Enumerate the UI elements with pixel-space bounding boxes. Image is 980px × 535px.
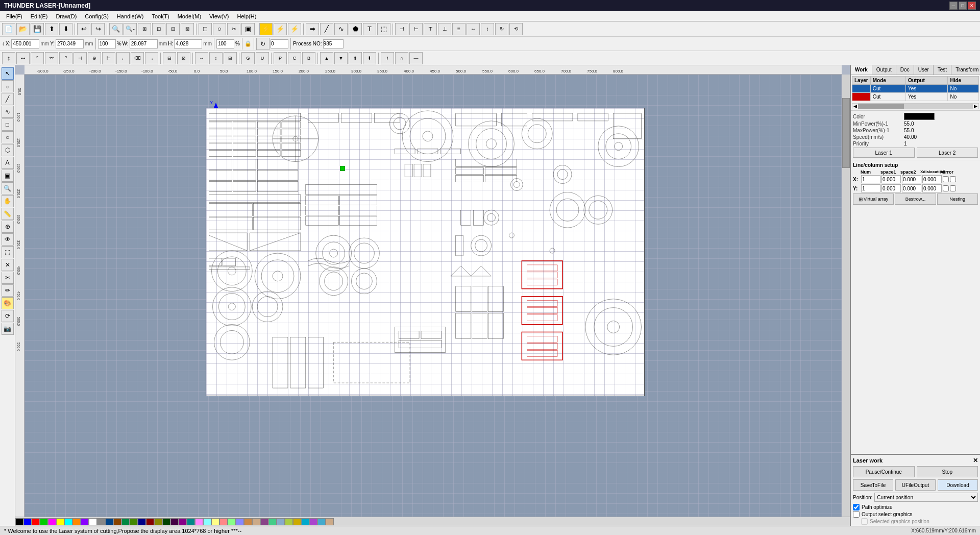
bezier-tool-btn[interactable]: ∿ bbox=[2, 106, 14, 118]
pct1-input[interactable] bbox=[98, 39, 116, 48]
menu-edit[interactable]: Edit(E) bbox=[27, 12, 52, 20]
swatch-9[interactable] bbox=[89, 518, 97, 525]
rp-scrollbar-thumb[interactable] bbox=[858, 104, 904, 109]
output-select-checkbox[interactable] bbox=[853, 511, 860, 518]
delete-tool-btn[interactable]: ✕ bbox=[2, 259, 14, 271]
swatch-35[interactable] bbox=[301, 518, 309, 525]
lc-x-xdis[interactable] bbox=[922, 175, 942, 183]
bitmap-tool-btn[interactable]: ▣ bbox=[2, 169, 14, 182]
align-mr-btn[interactable]: ⊢ bbox=[102, 52, 115, 64]
new-button[interactable]: 📄 bbox=[2, 23, 15, 35]
same-w-btn[interactable]: ↔ bbox=[195, 52, 208, 64]
polygon-button[interactable]: ⬟ bbox=[349, 23, 362, 35]
scroll-left-btn[interactable]: ◀ bbox=[852, 104, 858, 109]
mirror-h-btn2[interactable]: ↔ bbox=[16, 52, 30, 64]
swatch-2[interactable] bbox=[32, 518, 40, 525]
swatch-19[interactable] bbox=[170, 518, 179, 525]
lc-x-mirror1[interactable] bbox=[943, 176, 949, 182]
virtual-array-button[interactable]: ⊞ Virtual array bbox=[853, 193, 894, 205]
swatch-1[interactable] bbox=[23, 518, 32, 525]
line-tool-btn[interactable]: ╱ bbox=[2, 93, 14, 105]
move-bottom-btn[interactable]: ⬇ bbox=[363, 52, 376, 64]
polygon-tool-btn[interactable]: ⬡ bbox=[2, 144, 14, 156]
swatch-6[interactable] bbox=[64, 518, 72, 525]
layers-btn[interactable]: ⬚ bbox=[2, 246, 14, 258]
node-tool-btn[interactable]: ⬦ bbox=[2, 80, 14, 92]
swatch-24[interactable] bbox=[211, 518, 219, 525]
color-swatch[interactable] bbox=[904, 113, 935, 120]
dist-v-btn[interactable]: ⊠ bbox=[177, 52, 190, 64]
swatch-33[interactable] bbox=[285, 518, 293, 525]
lc-y-num[interactable] bbox=[861, 184, 880, 192]
zoom-tool-btn[interactable]: 🔍 bbox=[2, 182, 14, 194]
menu-config[interactable]: Config(S) bbox=[81, 12, 112, 20]
laser2-button[interactable]: Laser 2 bbox=[917, 148, 978, 158]
bitmap-button[interactable]: ▣ bbox=[241, 23, 255, 35]
text-italic-btn[interactable]: I bbox=[381, 52, 394, 64]
swatch-23[interactable] bbox=[203, 518, 211, 525]
mirror-v-btn[interactable]: ↕ bbox=[481, 23, 494, 35]
ufile-output-button[interactable]: UFileOutput bbox=[895, 479, 936, 491]
tab-work[interactable]: Work bbox=[851, 65, 872, 75]
swatch-30[interactable] bbox=[260, 518, 268, 525]
close-button[interactable]: ✕ bbox=[968, 2, 976, 10]
x-input[interactable] bbox=[11, 39, 39, 48]
zoom-out-button[interactable]: 🔍- bbox=[124, 23, 137, 35]
rotate-cw-btn[interactable]: ↻ bbox=[256, 38, 270, 50]
undo-button[interactable]: ↩ bbox=[77, 23, 90, 35]
align-center-btn[interactable]: ⊢ bbox=[409, 23, 423, 35]
save-button[interactable]: 💾 bbox=[31, 23, 44, 35]
freehand-btn[interactable]: ✏ bbox=[2, 284, 14, 297]
swatch-0[interactable] bbox=[15, 518, 23, 525]
swatch-20[interactable] bbox=[179, 518, 187, 525]
mirror-h-btn[interactable]: ↔ bbox=[467, 23, 480, 35]
drawing-area[interactable] bbox=[206, 108, 645, 396]
swatch-21[interactable] bbox=[187, 518, 195, 525]
w-input[interactable] bbox=[130, 39, 158, 48]
swatch-34[interactable] bbox=[293, 518, 301, 525]
swatch-28[interactable] bbox=[244, 518, 252, 525]
redo-button[interactable]: ↪ bbox=[91, 23, 105, 35]
swatch-8[interactable] bbox=[81, 518, 89, 525]
menu-model[interactable]: Model(M) bbox=[174, 12, 205, 20]
swatch-37[interactable] bbox=[317, 518, 326, 525]
layer-row-1[interactable]: Cut Yes No bbox=[852, 85, 979, 93]
rp-scrollbar[interactable] bbox=[858, 104, 973, 109]
swatch-7[interactable] bbox=[72, 518, 81, 525]
ellipse-tool-btn[interactable]: ○ bbox=[2, 131, 14, 143]
laser-origin-btn[interactable]: ⊕ bbox=[2, 221, 14, 233]
laser-btn1[interactable]: ⚡ bbox=[259, 23, 273, 35]
workspace[interactable]: Y X bbox=[24, 75, 842, 535]
tab-doc[interactable]: Doc bbox=[896, 65, 914, 75]
break-btn[interactable]: B bbox=[302, 52, 315, 64]
circle-button[interactable]: ○ bbox=[213, 23, 226, 35]
curve-button[interactable]: ∿ bbox=[334, 23, 348, 35]
laser-work-close-icon[interactable]: ✕ bbox=[973, 457, 978, 464]
swatch-12[interactable] bbox=[113, 518, 121, 525]
nesting-button[interactable]: Nesting bbox=[937, 193, 978, 205]
dist-h-btn[interactable]: ⊟ bbox=[163, 52, 176, 64]
menu-help[interactable]: Help(H) bbox=[233, 12, 260, 20]
zoom-select-button[interactable]: ⊟ bbox=[166, 23, 180, 35]
swatch-26[interactable] bbox=[228, 518, 236, 525]
align-br-btn[interactable]: ⌟ bbox=[145, 52, 158, 64]
lc-x-space1[interactable] bbox=[881, 175, 901, 183]
align-bl-btn[interactable]: ⌞ bbox=[116, 52, 130, 64]
lc-y-space2[interactable] bbox=[902, 184, 921, 192]
menu-file[interactable]: File(F) bbox=[2, 12, 27, 20]
group-button[interactable]: ⬚ bbox=[377, 23, 390, 35]
align-right-btn[interactable]: ⊤ bbox=[424, 23, 437, 35]
h-input[interactable] bbox=[174, 39, 202, 48]
layer-row-2[interactable]: Cut Yes No bbox=[852, 93, 979, 101]
text-arc-btn[interactable]: ∩ bbox=[395, 52, 408, 64]
zoom-all-button[interactable]: ⊞ bbox=[138, 23, 151, 35]
zoom-prev-button[interactable]: ⊠ bbox=[181, 23, 194, 35]
lc-y-mirror2[interactable] bbox=[950, 185, 956, 191]
align-tr-btn[interactable]: ⌝ bbox=[59, 52, 72, 64]
import-button[interactable]: ⬆ bbox=[45, 23, 58, 35]
pause-continue-button[interactable]: Pause/Continue bbox=[853, 466, 915, 477]
path-optimize-checkbox[interactable] bbox=[853, 504, 860, 510]
align-bc-btn[interactable]: ⌫ bbox=[131, 52, 144, 64]
swatch-16[interactable] bbox=[146, 518, 154, 525]
trace-btn[interactable]: ⟳ bbox=[2, 310, 14, 322]
